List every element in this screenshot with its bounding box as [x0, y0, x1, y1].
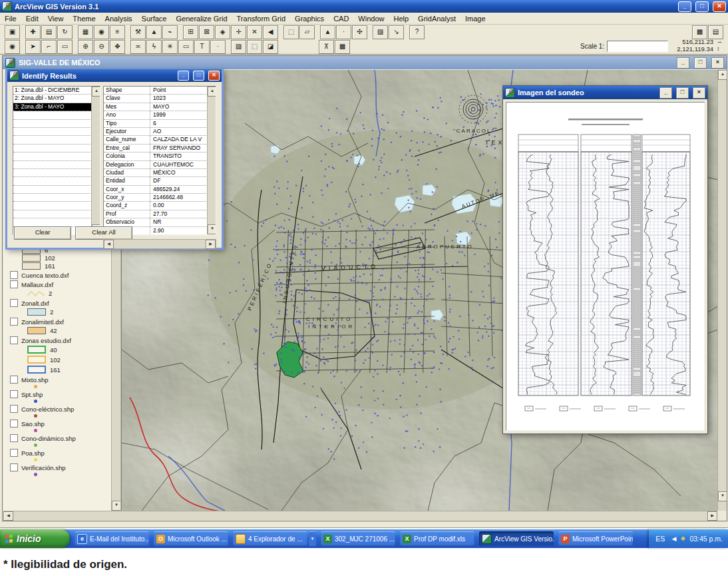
layer-checkbox[interactable] — [10, 449, 18, 457]
theme-properties-icon[interactable]: ▤ — [41, 25, 57, 39]
app-minimize-button[interactable]: _ — [678, 1, 691, 12]
redline-icon[interactable]: ↘ — [389, 25, 404, 39]
find-icon[interactable]: ◉ — [94, 25, 109, 39]
hatch-frame-icon[interactable]: ▩ — [335, 40, 350, 54]
pointer-tool-icon[interactable]: ➤ — [25, 40, 41, 54]
layer-checkbox[interactable] — [10, 434, 18, 442]
taskbar-task-excel[interactable]: XProf DP modif.xls — [400, 531, 474, 546]
query-builder-icon[interactable]: ⚒ — [130, 25, 146, 39]
clear-button[interactable]: Clear — [14, 226, 71, 240]
menu-transform-grid[interactable]: Transform Grid — [232, 14, 291, 23]
identify-minimize-button[interactable]: _ — [178, 71, 189, 81]
layer-name[interactable]: Mixto.shp — [21, 376, 49, 384]
layer-checkbox[interactable] — [10, 336, 18, 344]
identify-close-button[interactable]: ✕ — [208, 71, 220, 81]
map-minimize-button[interactable]: _ — [677, 57, 689, 69]
layer-name[interactable]: Verificación.shp — [21, 464, 66, 471]
layer-checkbox[interactable] — [10, 463, 18, 471]
identify-result-item[interactable]: 1: Zona.dbl - DICIEMBRE — [13, 87, 92, 95]
menu-view[interactable]: View — [43, 14, 69, 23]
menu-window[interactable]: Window — [353, 14, 389, 23]
slope-icon[interactable]: ◪ — [263, 40, 278, 54]
scale-input[interactable] — [607, 41, 668, 52]
histogram-icon[interactable]: ▨ — [231, 40, 246, 54]
list-scrollbar[interactable]: ▲ ▼ — [91, 87, 100, 234]
identify-tool-icon[interactable]: ◉ — [5, 40, 20, 54]
scroll-up-icon[interactable]: ▲ — [718, 70, 727, 80]
scroll-down-icon[interactable]: ▼ — [718, 491, 727, 501]
layout-icon[interactable]: ▤ — [708, 25, 723, 39]
sondeo-close-button[interactable]: × — [693, 87, 705, 99]
zoom-selected-icon[interactable]: ◈ — [215, 25, 230, 39]
layer-name[interactable]: Zonas estudio.dxf — [21, 337, 71, 344]
map-horizontal-scrollbar[interactable]: ◀ ▶ — [3, 511, 717, 520]
zoom-in-tool-icon[interactable]: ⊕ — [78, 40, 93, 54]
clear-all-button[interactable]: Clear All — [75, 226, 132, 240]
layer-name[interactable]: Mallaux.dxf — [21, 281, 53, 288]
taskbar-task-excel[interactable]: X302_MJC 271006 .... — [321, 531, 395, 546]
layer-checkbox[interactable] — [10, 405, 18, 413]
measure-tool-icon[interactable]: ≍ — [130, 40, 146, 54]
menu-gridanalyst[interactable]: GridAnalyst — [413, 14, 460, 23]
hotlink-tool-icon[interactable]: ϟ — [146, 40, 162, 54]
zoom-active-theme-icon[interactable]: ⊠ — [199, 25, 214, 39]
locate-address-icon[interactable]: ≡ — [110, 25, 125, 39]
menu-cad[interactable]: CAD — [329, 14, 353, 23]
scroll-down-icon[interactable]: ▼ — [112, 501, 121, 511]
identify-result-item[interactable]: 2: Zona.dbl - MAYO — [13, 95, 92, 103]
zoom-full-extent-icon[interactable]: ⊞ — [183, 25, 198, 39]
taskbar-task-folder[interactable]: 4 Explorador de ... — [233, 531, 307, 546]
menu-file[interactable]: File — [0, 14, 21, 23]
menu-analysis[interactable]: Analysis — [100, 14, 137, 23]
layer-name[interactable]: Cono-eléctrico.shp — [21, 406, 74, 413]
zoom-out-fixed-icon[interactable]: ✕ — [247, 25, 262, 39]
scroll-right-icon[interactable]: ▶ — [707, 511, 717, 521]
add-theme-icon[interactable]: ✚ — [25, 25, 41, 39]
clear-selection-icon[interactable]: ▱ — [299, 25, 315, 39]
edit-legend-icon[interactable]: ↻ — [57, 25, 73, 39]
sondeo-maximize-button[interactable]: □ — [676, 87, 689, 99]
table-scrollbar[interactable]: ▲ ▼ — [207, 87, 216, 234]
area-of-interest-icon[interactable]: ⬚ — [247, 40, 262, 54]
taskbar-task-ie[interactable]: eE-Mail del Instituto... — [75, 531, 149, 546]
scroll-up-icon[interactable]: ▲ — [208, 87, 216, 97]
map-maximize-button[interactable]: □ — [694, 57, 707, 69]
scroll-left-icon[interactable]: ◀ — [3, 511, 13, 521]
map-vertical-scrollbar[interactable]: ▲ ▼ — [717, 70, 727, 511]
select-features-icon[interactable]: ⬚ — [283, 25, 299, 39]
sondeo-minimize-button[interactable]: _ — [659, 87, 672, 99]
layer-name[interactable]: Spt.shp — [21, 391, 43, 398]
layer-checkbox[interactable] — [10, 318, 18, 326]
menu-help[interactable]: Help — [389, 14, 413, 23]
layer-checkbox[interactable] — [10, 299, 18, 307]
map-close-button[interactable]: × — [711, 57, 724, 69]
draw-point-icon[interactable]: · — [210, 40, 226, 54]
taskbar-task-arcview[interactable]: ArcView GIS Versio... — [479, 531, 554, 546]
layer-name[interactable]: Zonalt.dxf — [21, 300, 49, 307]
table-horizontal-scrollbar[interactable]: ◀ ▶ — [103, 239, 216, 249]
image-analysis-icon[interactable]: ▩ — [692, 25, 707, 39]
app-close-button[interactable]: ✕ — [713, 1, 726, 12]
layer-name[interactable]: Poa.shp — [21, 449, 45, 457]
zoom-out-tool-icon[interactable]: ⊖ — [94, 40, 109, 54]
vertex-edit-icon[interactable]: ⌐ — [41, 40, 57, 54]
layer-name[interactable]: Zonalimitetl.dxf — [21, 318, 64, 326]
scroll-up-icon[interactable]: ▲ — [92, 87, 100, 97]
menu-edit[interactable]: Edit — [21, 14, 43, 23]
tray-display-icon[interactable]: ❖ — [680, 535, 685, 542]
identify-maximize-button[interactable]: □ — [193, 71, 204, 81]
taskbar-task-powerpoint[interactable]: PMicrosoft PowerPoint — [558, 531, 633, 546]
layer-checkbox[interactable] — [10, 390, 18, 398]
zoom-previous-icon[interactable]: ◀ — [263, 25, 278, 39]
label-tool-icon[interactable]: ✳ — [162, 40, 178, 54]
tray-collapse-icon[interactable]: ◀ — [671, 535, 676, 542]
text-tool-icon[interactable]: T — [194, 40, 210, 54]
palette-icon[interactable]: ▨ — [373, 25, 388, 39]
menu-image[interactable]: Image — [460, 14, 490, 23]
scroll-down-icon[interactable]: ▼ — [208, 224, 216, 234]
dot-tool-icon[interactable]: · — [336, 25, 351, 39]
task-group-dropdown[interactable]: ▾ — [309, 531, 316, 546]
layer-checkbox[interactable] — [10, 271, 18, 279]
identify-result-list[interactable]: 1: Zona.dbl - DICIEMBRE2: Zona.dbl - MAY… — [13, 86, 100, 235]
chart-frame-icon[interactable]: ⊼ — [319, 40, 334, 54]
